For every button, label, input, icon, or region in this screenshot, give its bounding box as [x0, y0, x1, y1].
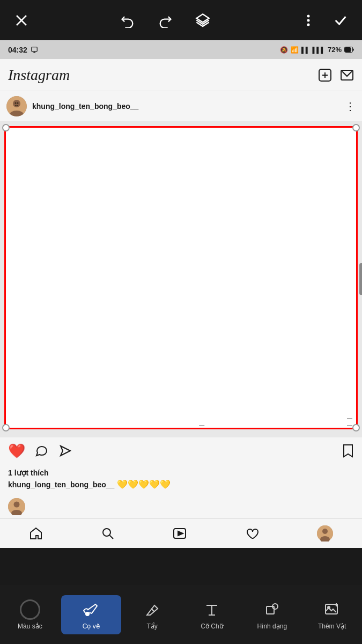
signal-icon: ▌▌: [301, 47, 310, 53]
battery-icon: [344, 47, 354, 53]
screenshot-container: 04:32 🔕 📶 ▌▌ ▌▌▌ 72% Instagram: [0, 40, 362, 548]
share-button[interactable]: [58, 444, 72, 458]
tool-co-ve-label: Cọ vẽ: [83, 623, 100, 630]
handle-top-right[interactable]: [352, 124, 360, 131]
like-button[interactable]: ❤️: [8, 443, 25, 459]
tool-co-chu-label: Cỡ Chữ: [201, 623, 223, 630]
post-image-area: — — —: [0, 121, 362, 437]
selection-box[interactable]: [4, 126, 358, 429]
post-info: 1 lượt thích khung_long_ten_bong_beo__ 💛…: [0, 464, 362, 495]
tool-co-chu[interactable]: Cỡ Chữ: [182, 595, 242, 634]
tool-hinh-dang[interactable]: Hình dạng: [242, 595, 302, 634]
ig-search-icon[interactable]: [101, 526, 115, 540]
confirm-button[interactable]: [330, 10, 351, 31]
post-user-row: khung_long_ten_bong_beo__ ⋮: [0, 91, 362, 121]
svg-point-16: [13, 100, 20, 107]
top-toolbar: [0, 0, 362, 40]
scroll-indicator: [359, 263, 362, 295]
handle-bottom-left[interactable]: [2, 424, 10, 431]
svg-rect-10: [345, 47, 351, 52]
caption-username: khung_long_ten_bong_beo__: [8, 480, 114, 489]
brush-icon: [81, 599, 101, 620]
post-actions-left: ❤️: [8, 443, 72, 459]
toolbar-center: [117, 10, 213, 31]
svg-point-18: [15, 102, 17, 104]
status-icons: 🔕 📶 ▌▌ ▌▌▌ 72%: [280, 46, 354, 54]
save-button[interactable]: [342, 444, 354, 458]
tool-tay[interactable]: Tẩy: [122, 595, 182, 634]
ig-add-icon[interactable]: [318, 68, 332, 82]
svg-point-38: [328, 606, 330, 609]
svg-line-31: [151, 609, 154, 612]
svg-point-30: [86, 612, 89, 616]
status-time: 04:32: [8, 46, 38, 54]
bottom-toolbar: Màu sắc Cọ vẽ Tẩy Cỡ Ch: [0, 585, 362, 644]
svg-point-21: [14, 502, 20, 508]
post-more-button[interactable]: ⋮: [345, 100, 356, 113]
svg-point-23: [103, 529, 110, 536]
size-indicator-h: —: [199, 422, 204, 428]
text-icon: [202, 599, 222, 620]
svg-point-3: [307, 14, 310, 17]
username-label: khung_long_ten_bong_beo__: [32, 102, 339, 111]
close-button[interactable]: [11, 10, 32, 31]
svg-point-28: [322, 529, 328, 534]
caption-emojis: 💛💛💛💛💛: [117, 479, 171, 489]
wifi-icon: 📶: [291, 46, 299, 54]
handle-bottom-right[interactable]: [352, 424, 360, 431]
tool-mau-sac[interactable]: Màu sắc: [0, 595, 60, 634]
comment-button[interactable]: [35, 444, 49, 458]
commenter-avatar: [8, 498, 25, 515]
ig-home-icon[interactable]: [29, 526, 43, 540]
ig-logo: Instagram: [8, 67, 70, 84]
caption: khung_long_ten_bong_beo__ 💛💛💛💛💛: [8, 479, 354, 489]
signal-icon2: ▌▌▌: [313, 47, 325, 53]
svg-rect-6: [32, 47, 38, 51]
tool-tay-label: Tẩy: [146, 623, 157, 630]
tool-hinh-dang-label: Hình dạng: [257, 623, 287, 630]
layers-button[interactable]: [192, 10, 213, 31]
mute-icon: 🔕: [280, 46, 288, 54]
post-actions: ❤️: [0, 437, 362, 464]
tool-mau-sac-label: Màu sắc: [18, 623, 42, 630]
status-bar: 04:32 🔕 📶 ▌▌ ▌▌▌ 72%: [0, 40, 362, 59]
eraser-icon: [142, 599, 162, 620]
ig-header: Instagram: [0, 59, 362, 91]
undo-button[interactable]: [117, 10, 138, 31]
svg-point-5: [307, 23, 310, 26]
ig-bottom-nav: [0, 518, 362, 548]
svg-point-4: [307, 19, 310, 21]
tool-them-vat-label: Thêm Vật: [318, 623, 346, 630]
more-options-button[interactable]: [298, 10, 319, 31]
likes-count: 1 lượt thích: [8, 469, 354, 477]
ig-profile-icon[interactable]: [317, 525, 333, 541]
color-circle-icon: [20, 599, 40, 620]
tool-them-vat[interactable]: Thêm Vật: [302, 595, 362, 634]
svg-marker-26: [178, 531, 183, 536]
battery-display: 72%: [328, 46, 342, 54]
ig-messenger-icon[interactable]: [340, 68, 354, 82]
svg-line-24: [110, 536, 114, 539]
ig-heart-icon[interactable]: [245, 526, 259, 540]
comment-area: [0, 495, 362, 518]
redo-button[interactable]: [154, 10, 176, 31]
time-display: 04:32: [8, 46, 27, 54]
size-indicator-v: — —: [347, 415, 352, 428]
user-avatar: [6, 96, 27, 116]
add-image-icon: [322, 599, 342, 620]
ig-reels-icon[interactable]: [173, 526, 187, 540]
handle-top-left[interactable]: [2, 124, 10, 131]
shape-icon: [262, 599, 282, 620]
ig-header-icons: [318, 68, 354, 82]
tool-co-ve[interactable]: Cọ vẽ: [61, 595, 121, 634]
svg-point-19: [17, 102, 19, 104]
